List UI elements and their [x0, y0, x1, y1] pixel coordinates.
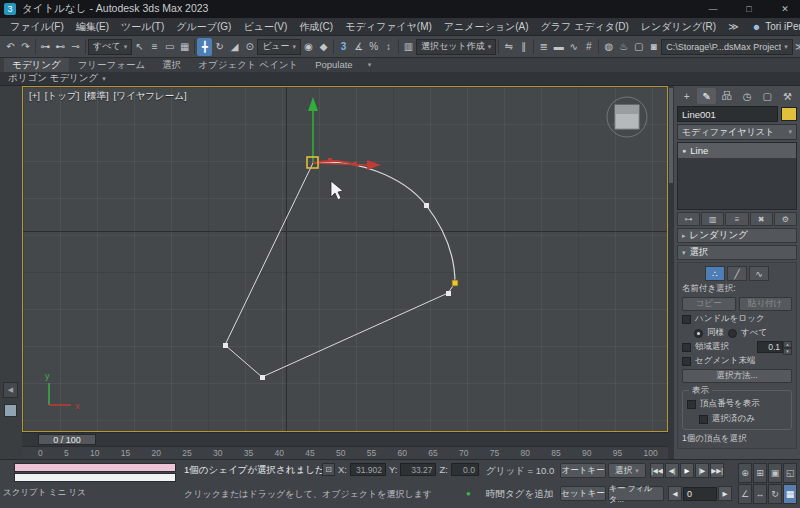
viewport-general-menu[interactable]: [+] [29, 90, 40, 103]
all-radio[interactable] [728, 329, 737, 338]
track-bar[interactable]: 0510152025303540455055606570758085909510… [22, 446, 668, 459]
menu-item[interactable]: モディファイヤ(M) [339, 18, 438, 36]
listener-input-line[interactable] [14, 473, 176, 482]
first-vertex[interactable] [452, 280, 458, 286]
spline-line-segments[interactable] [225, 163, 455, 377]
maximize-button[interactable]: □ [734, 0, 764, 18]
bezier-handle[interactable] [328, 158, 332, 162]
link-button[interactable]: ⊶ [38, 38, 53, 56]
select-object-button[interactable]: ↖ [132, 38, 147, 56]
current-frame-field[interactable]: 0 [683, 487, 717, 501]
menu-item[interactable]: 作成(C) [293, 18, 339, 36]
vertex-subobject-button[interactable]: ∴ [705, 266, 725, 281]
area-selection-checkbox[interactable] [682, 343, 691, 352]
app-icon[interactable]: 3 [4, 3, 16, 15]
gizmo-x-axis[interactable] [313, 163, 369, 165]
signin-user-button[interactable]: ☻ Tori iPentec ▾ [745, 21, 800, 32]
mirror-button[interactable]: ⇋ [501, 38, 516, 56]
select-and-rotate-button[interactable]: ↻ [212, 38, 227, 56]
gizmo-y-arrowhead[interactable] [308, 97, 318, 111]
spline-curve-segment[interactable] [313, 162, 455, 283]
modifier-stack[interactable]: ● Line [677, 142, 797, 210]
menu-item[interactable]: グラフ エディタ(D) [535, 18, 635, 36]
select-and-manipulate-button[interactable]: ◆ [316, 38, 331, 56]
adaptive-degradation-icon[interactable]: ● [466, 489, 471, 498]
pin-stack-button[interactable]: ⊶ [677, 212, 700, 226]
render-production-button[interactable]: ◙ [646, 38, 661, 56]
time-slider-track[interactable]: 0 / 100 [22, 432, 668, 446]
vertex[interactable] [223, 343, 228, 348]
select-and-scale-button[interactable]: ◢ [227, 38, 242, 56]
minimize-button[interactable]: — [698, 0, 728, 18]
paste-button[interactable]: 貼り付け [739, 297, 793, 311]
toggle-ribbon-button[interactable]: ▬ [551, 38, 566, 56]
previous-key-button[interactable]: ◀ [668, 486, 682, 501]
ribbon-tab-selection[interactable]: 選択 [154, 58, 189, 72]
configure-stack-button[interactable]: ⚙ [774, 212, 797, 226]
object-name-field[interactable]: Line001 [677, 106, 778, 122]
alike-radio[interactable] [694, 329, 703, 338]
redo-button[interactable]: ↷ [18, 38, 33, 56]
viewcube-top-face[interactable] [615, 105, 639, 114]
vertex[interactable] [446, 291, 451, 296]
angle-snap-button[interactable]: ∡ [351, 38, 366, 56]
select-by-button[interactable]: 選択方法... [682, 369, 792, 383]
ribbon-tab-modeling[interactable]: モデリング [4, 58, 69, 72]
spline-subobject-button[interactable]: ∿ [749, 266, 769, 281]
key-filters-button[interactable]: キー フィルタ... [608, 486, 664, 501]
menu-item[interactable]: ビュー(V) [237, 18, 293, 36]
menu-item[interactable]: グループ(G) [170, 18, 237, 36]
orbit-icon[interactable]: ↻ [768, 484, 782, 504]
go-to-start-button[interactable]: |◀◀ [650, 463, 664, 478]
previous-frame-button[interactable]: ◀| [665, 463, 679, 478]
unlink-button[interactable]: ⊷ [53, 38, 68, 56]
next-key-button[interactable]: ▶ [718, 486, 732, 501]
viewport-shading-menu[interactable]: [ワイヤフレーム] [114, 90, 187, 103]
viewport-pov-menu[interactable]: [トップ] [45, 90, 79, 103]
use-pivot-center-button[interactable]: ◉ [301, 38, 316, 56]
layout-tab-arrow-icon[interactable]: ◀ [3, 382, 18, 398]
tab-modify[interactable]: ✎ [697, 88, 716, 104]
lock-handles-checkbox[interactable] [682, 315, 691, 324]
selection-lock-icon[interactable]: ⊡ [322, 463, 335, 476]
area-threshold-spinner[interactable]: ▲▼ [783, 341, 792, 353]
stack-item-line[interactable]: ● Line [678, 143, 796, 158]
set-key-button[interactable]: セットキー [560, 486, 606, 501]
window-crossing-button[interactable]: ▦ [177, 38, 192, 56]
y-coordinate-field[interactable]: 33.27 [400, 463, 436, 476]
selection-filter-dropdown[interactable]: すべて ▾ [88, 39, 132, 55]
segment-end-checkbox[interactable] [682, 357, 691, 366]
menu-item[interactable]: ツール(T) [115, 18, 170, 36]
named-selection-set-field[interactable]: 選択セット作成 ▾ [416, 39, 496, 55]
object-color-swatch[interactable] [781, 107, 797, 121]
curve-editor-button[interactable]: ∿ [566, 38, 581, 56]
x-coordinate-field[interactable]: 31.902 [350, 463, 386, 476]
next-frame-button[interactable]: |▶ [695, 463, 709, 478]
tab-create[interactable]: + [677, 88, 696, 104]
select-and-move-button[interactable]: ╋ [197, 38, 212, 56]
selection-region-button[interactable]: ▭ [162, 38, 177, 56]
ribbon-tab-populate[interactable]: Populate [307, 58, 361, 72]
zoom-extents-all-icon[interactable]: ◱ [783, 463, 797, 483]
rollout-rendering[interactable]: ▸ レンダリング [677, 228, 797, 243]
polygon-modeling-panel[interactable]: ポリゴン モデリング [8, 72, 98, 85]
align-button[interactable]: ∥ [516, 38, 531, 56]
toolbar-overflow-button[interactable]: ≫ [793, 38, 800, 56]
auto-key-button[interactable]: オートキー [560, 463, 606, 478]
top-viewport[interactable]: [+] [トップ] [標準] [ワイヤフレーム] [22, 86, 668, 432]
layout-tab-thumbnail[interactable] [4, 404, 17, 417]
rendered-frame-button[interactable]: ▢ [631, 38, 646, 56]
material-editor-button[interactable]: ◍ [601, 38, 616, 56]
reference-coordinate-dropdown[interactable]: ビュー ▾ [257, 39, 301, 55]
spinner-snap-button[interactable]: ↕ [381, 38, 396, 56]
menu-item[interactable]: レンダリング(R) [635, 18, 722, 36]
rollout-selection[interactable]: ▾ 選択 [677, 245, 797, 260]
go-to-end-button[interactable]: ▶▶| [710, 463, 724, 478]
zoom-all-icon[interactable]: ⊞ [753, 463, 767, 483]
show-vertex-numbers-checkbox[interactable] [687, 400, 696, 409]
menu-item[interactable]: ≫ [722, 18, 744, 36]
menu-item[interactable]: ファイル(F) [4, 18, 70, 36]
render-setup-button[interactable]: ♨ [616, 38, 631, 56]
panel-scrollbar-handle[interactable] [669, 88, 673, 183]
edit-named-sets-button[interactable]: ▥ [401, 38, 416, 56]
